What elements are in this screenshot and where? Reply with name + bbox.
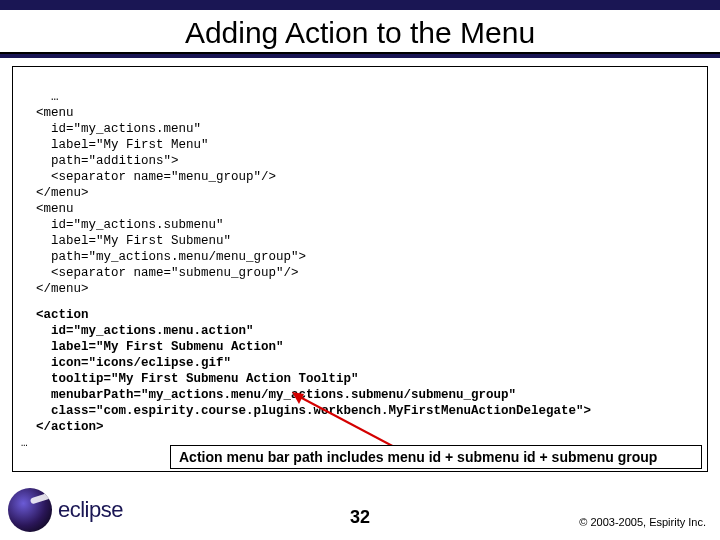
eclipse-logo-text: eclipse bbox=[58, 497, 123, 523]
title-bar: Adding Action to the Menu bbox=[0, 0, 720, 58]
footer: eclipse 32 © 2003-2005, Espirity Inc. bbox=[0, 480, 720, 540]
content-area: … <menu id="my_actions.menu" label="My F… bbox=[12, 66, 708, 472]
slide-title: Adding Action to the Menu bbox=[0, 10, 720, 54]
eclipse-logo-orb-icon bbox=[8, 488, 52, 532]
annotation-caption: Action menu bar path includes menu id + … bbox=[170, 445, 702, 469]
code-xml-action: <action id="my_actions.menu.action" labe… bbox=[21, 308, 591, 434]
code-ellipsis-end: … bbox=[21, 437, 28, 449]
copyright-text: © 2003-2005, Espirity Inc. bbox=[579, 516, 706, 528]
code-xml-menu: … <menu id="my_actions.menu" label="My F… bbox=[21, 90, 306, 296]
page-number: 32 bbox=[350, 507, 370, 528]
eclipse-logo: eclipse bbox=[8, 486, 158, 534]
code-snippet-box: … <menu id="my_actions.menu" label="My F… bbox=[12, 66, 708, 472]
